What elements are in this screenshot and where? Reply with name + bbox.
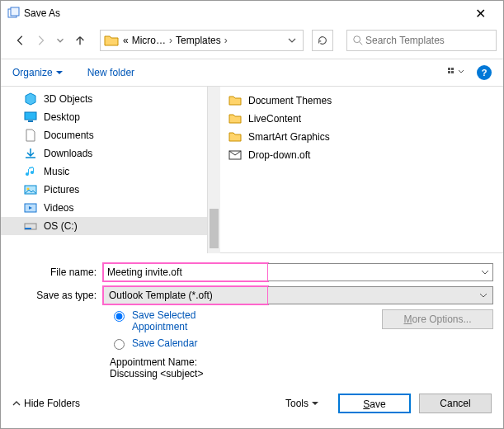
breadcrumb[interactable]: «	[121, 33, 130, 48]
list-item[interactable]: Drop-down.oft	[228, 146, 495, 164]
savetype-combo[interactable]	[268, 286, 493, 304]
list-item[interactable]: Document Themes	[228, 92, 495, 110]
savetype-combo-highlight[interactable]: Outlook Template (*.oft)	[103, 286, 268, 304]
window-title: Save As	[24, 7, 464, 19]
tree-item-documents[interactable]: Documents	[1, 126, 220, 144]
filename-input[interactable]	[103, 263, 268, 281]
nav-back-button[interactable]	[12, 32, 29, 49]
chevron-right-icon: ›	[223, 35, 229, 46]
nav-row: « Micro… › Templates ›	[1, 26, 503, 55]
address-bar[interactable]: « Micro… › Templates ›	[100, 30, 304, 51]
filename-label: File name:	[11, 266, 103, 278]
svg-point-2	[354, 36, 360, 43]
svg-rect-4	[448, 68, 450, 70]
refresh-button[interactable]	[312, 30, 333, 51]
svg-rect-5	[451, 68, 454, 70]
chevron-up-icon	[12, 399, 21, 408]
view-options-button[interactable]	[440, 64, 472, 82]
dialog-footer: Hide Folders Tools Save Cancel	[1, 386, 503, 421]
breadcrumb[interactable]: Templates	[174, 33, 223, 48]
tree-scrollbar[interactable]	[207, 87, 220, 253]
tree-item-videos[interactable]: Videos	[1, 199, 220, 217]
search-icon	[352, 35, 364, 46]
nav-up-button[interactable]	[72, 32, 88, 49]
documents-icon	[24, 129, 37, 142]
hide-folders-button[interactable]: Hide Folders	[12, 398, 80, 409]
title-bar: Save As ✕	[1, 1, 503, 26]
folder-icon	[228, 94, 242, 107]
new-folder-button[interactable]: New folder	[87, 67, 134, 78]
pictures-icon	[24, 183, 37, 196]
list-item[interactable]: LiveContent	[228, 110, 495, 128]
nav-recent-dropdown[interactable]	[52, 32, 68, 49]
save-button[interactable]: Save	[338, 394, 411, 413]
tools-menu[interactable]: Tools	[285, 398, 318, 409]
toolbar: Organize New folder ?	[1, 59, 503, 87]
nav-tree: 3D Objects Desktop Documents Downloads M…	[1, 87, 220, 253]
savetype-label: Save as type:	[11, 290, 103, 301]
radio-save-calendar[interactable]: Save Calendar	[110, 337, 283, 350]
address-dropdown[interactable]	[285, 36, 299, 45]
svg-rect-7	[451, 71, 454, 73]
tree-item-desktop[interactable]: Desktop	[1, 108, 220, 126]
tree-item-3d-objects[interactable]: 3D Objects	[1, 90, 220, 108]
folder-icon	[228, 112, 242, 125]
appointment-name: Appointment Name: Discussing <subject>	[110, 356, 242, 380]
help-button[interactable]: ?	[477, 65, 492, 80]
more-options-button[interactable]: More Options...	[382, 309, 493, 329]
svg-rect-8	[25, 112, 36, 120]
mail-file-icon	[228, 148, 242, 162]
organize-menu[interactable]: Organize	[12, 67, 63, 78]
folder-icon	[104, 33, 119, 48]
cancel-button[interactable]: Cancel	[419, 394, 492, 413]
file-list: Document Themes LiveContent SmartArt Gra…	[220, 87, 503, 253]
breadcrumb[interactable]: Micro…	[130, 33, 167, 48]
disk-icon	[24, 219, 37, 233]
folder-icon	[228, 130, 242, 144]
search-box[interactable]	[346, 30, 497, 51]
desktop-icon	[24, 111, 37, 124]
music-icon	[24, 165, 37, 178]
scrollbar-thumb[interactable]	[210, 209, 219, 248]
tree-item-pictures[interactable]: Pictures	[1, 181, 220, 199]
svg-rect-14	[25, 228, 31, 229]
close-button[interactable]: ✕	[464, 6, 497, 21]
videos-icon	[24, 201, 37, 214]
svg-rect-9	[28, 120, 33, 122]
radio-input[interactable]	[114, 339, 125, 350]
search-input[interactable]	[364, 34, 491, 47]
save-form: File name: Save as type: Outlook Templat…	[1, 253, 503, 386]
filename-dropdown[interactable]	[268, 263, 493, 281]
tree-item-music[interactable]: Music	[1, 163, 220, 181]
svg-rect-1	[11, 7, 19, 16]
tree-item-downloads[interactable]: Downloads	[1, 144, 220, 163]
app-icon	[7, 7, 21, 20]
list-item[interactable]: SmartArt Graphics	[228, 128, 495, 146]
3d-objects-icon	[24, 92, 37, 106]
explorer-body: 3D Objects Desktop Documents Downloads M…	[1, 87, 503, 253]
downloads-icon	[24, 147, 37, 160]
tree-item-os-c[interactable]: OS (C:)	[1, 217, 220, 235]
radio-save-selected[interactable]: Save Selected Appointment	[110, 309, 283, 332]
chevron-right-icon: ›	[167, 35, 174, 46]
chevron-down-icon	[312, 400, 318, 407]
nav-forward-button[interactable]	[32, 32, 49, 49]
svg-rect-6	[448, 71, 450, 73]
radio-input[interactable]	[114, 311, 125, 322]
svg-line-3	[360, 42, 363, 45]
